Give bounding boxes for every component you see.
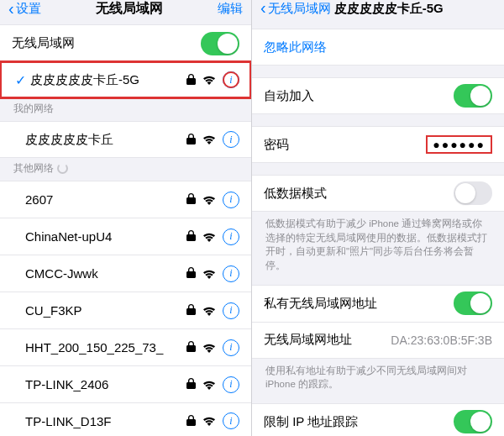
wifi-icon [202, 232, 216, 242]
forget-network-row[interactable]: 忽略此网络 [252, 29, 504, 66]
wifi-master-label: 无线局域网 [12, 35, 201, 51]
wifi-address-value: DA:23:63:0B:5F:3B [391, 334, 492, 347]
limit-ip-track-label: 限制 IP 地址跟踪 [264, 414, 454, 430]
network-name: HHT_200_150_225_73_ [25, 340, 186, 355]
connected-network-name: 皮皮皮皮皮卡丘-5G [30, 72, 186, 88]
info-icon[interactable]: i [223, 192, 239, 208]
network-name: ChinaNet-upU4 [25, 229, 186, 244]
my-networks-header: 我的网络 [0, 98, 251, 121]
lock-icon [186, 229, 196, 244]
wifi-icon [202, 195, 216, 205]
chevron-left-icon: ‹ [8, 0, 14, 17]
password-row[interactable]: 密码 ●●●●●● [252, 126, 504, 163]
network-row[interactable]: TP-LINK_2406i [0, 365, 251, 402]
other-networks-header: 其他网络 [0, 158, 251, 181]
wifi-icon [202, 75, 216, 85]
info-icon[interactable]: i [223, 131, 239, 148]
low-data-label: 低数据模式 [264, 186, 454, 202]
wifi-address-label: 无线局域网地址 [264, 332, 391, 348]
lock-icon [186, 303, 196, 318]
info-icon[interactable]: i [223, 412, 239, 429]
wifi-icon [202, 380, 216, 390]
network-name: 2607 [25, 192, 186, 207]
auto-join-label: 自动加入 [264, 88, 454, 104]
wifi-master-toggle[interactable] [201, 32, 239, 55]
edit-button[interactable]: 编辑 [218, 1, 243, 17]
private-address-footer: 使用私有地址有助于减少不同无线局域网间对 iPhone 的跟踪。 [252, 359, 504, 391]
info-icon[interactable]: i [223, 229, 239, 245]
low-data-row: 低数据模式 [252, 175, 504, 212]
back-button[interactable]: ‹ 设置 [8, 1, 41, 18]
network-name: TP-LINK_D13F [25, 414, 186, 428]
wifi-address-row: 无线局域网地址 DA:23:63:0B:5F:3B [252, 322, 504, 359]
info-icon[interactable]: i [223, 302, 239, 319]
wifi-icon [202, 134, 216, 144]
auto-join-row: 自动加入 [252, 77, 504, 114]
private-address-label: 私有无线局域网地址 [264, 296, 454, 312]
auto-join-toggle[interactable] [454, 84, 492, 108]
network-row[interactable]: 皮皮皮皮皮卡丘 i [0, 121, 251, 158]
back-button[interactable]: ‹ 无线局域网 [260, 0, 331, 17]
password-label: 密码 [264, 137, 426, 153]
network-row[interactable]: CU_F3KPi [0, 292, 251, 328]
wifi-icon [202, 306, 216, 316]
back-label: 无线局域网 [268, 1, 331, 17]
info-icon[interactable]: i [223, 376, 239, 393]
lock-icon [186, 340, 196, 355]
network-name: CMCC-Jwwk [25, 266, 186, 281]
lock-icon [186, 192, 196, 207]
wifi-icon [202, 269, 216, 279]
private-address-row: 私有无线局域网地址 [252, 285, 504, 322]
network-row[interactable]: CMCC-Jwwki [0, 255, 251, 292]
wifi-icon [202, 416, 216, 426]
limit-ip-track-row: 限制 IP 地址跟踪 [252, 403, 504, 436]
lock-icon [186, 377, 196, 391]
wifi-detail-screen: ‹ 无线局域网 皮皮皮皮皮卡丘-5G 忽略此网络 自动加入 密码 ●●●●●● [252, 0, 504, 436]
network-name: CU_F3KP [25, 303, 186, 318]
password-value: ●●●●●● [426, 135, 492, 154]
nav-title: 皮皮皮皮皮卡丘-5G [334, 1, 444, 17]
checkmark-icon: ✓ [12, 72, 29, 88]
low-data-toggle[interactable] [454, 181, 492, 205]
forget-network-label: 忽略此网络 [264, 39, 492, 55]
lock-icon [186, 133, 196, 147]
network-name: 皮皮皮皮皮卡丘 [25, 132, 186, 148]
low-data-footer: 低数据模式有助于减少 iPhone 通过蜂窝网络或你选择的特定无线局域网使用的数… [252, 212, 504, 273]
nav-title: 无线局域网 [41, 0, 218, 18]
wifi-icon [202, 343, 216, 353]
navbar: ‹ 设置 无线局域网 编辑 [0, 0, 251, 18]
back-label: 设置 [16, 1, 41, 17]
wifi-list-screen: ‹ 设置 无线局域网 编辑 无线局域网 ✓ 皮皮皮皮皮卡丘-5G [0, 0, 252, 436]
private-address-toggle[interactable] [454, 292, 492, 315]
wifi-master-toggle-row: 无线局域网 [0, 24, 251, 61]
network-row[interactable]: TP-LINK_D13Fi [0, 402, 251, 436]
lock-icon [186, 73, 196, 87]
limit-ip-track-toggle[interactable] [454, 410, 492, 433]
lock-icon [186, 414, 196, 428]
info-icon[interactable]: i [223, 71, 239, 88]
spinner-icon [57, 163, 68, 174]
network-row[interactable]: ChinaNet-upU4i [0, 218, 251, 255]
other-networks-label: 其他网络 [13, 161, 54, 176]
info-icon[interactable]: i [223, 265, 239, 282]
network-name: TP-LINK_2406 [25, 377, 186, 391]
network-row[interactable]: HHT_200_150_225_73_i [0, 328, 251, 365]
info-icon[interactable]: i [223, 339, 239, 356]
network-row[interactable]: 2607i [0, 181, 251, 218]
navbar: ‹ 无线局域网 皮皮皮皮皮卡丘-5G [252, 0, 504, 17]
connected-network-row[interactable]: ✓ 皮皮皮皮皮卡丘-5G i [0, 61, 251, 98]
chevron-left-icon: ‹ [260, 0, 266, 16]
lock-icon [186, 266, 196, 281]
